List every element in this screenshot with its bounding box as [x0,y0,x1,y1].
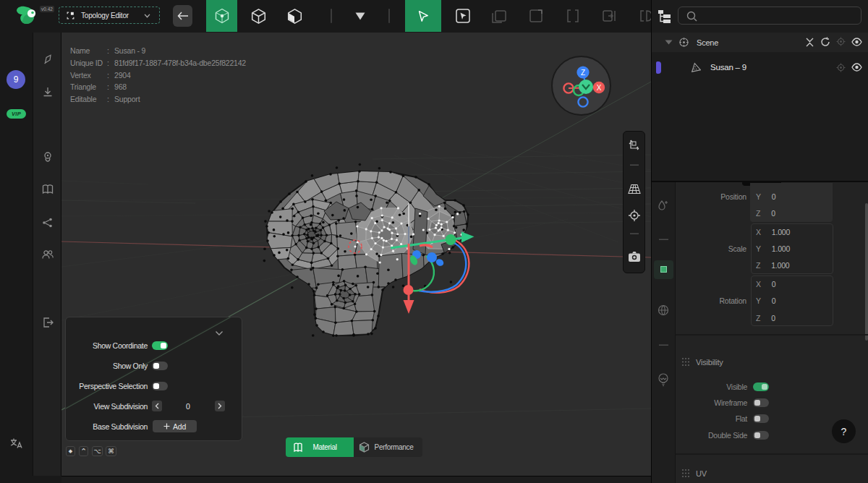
svg-text:X: X [597,84,602,92]
svg-text:Z: Z [581,69,585,77]
